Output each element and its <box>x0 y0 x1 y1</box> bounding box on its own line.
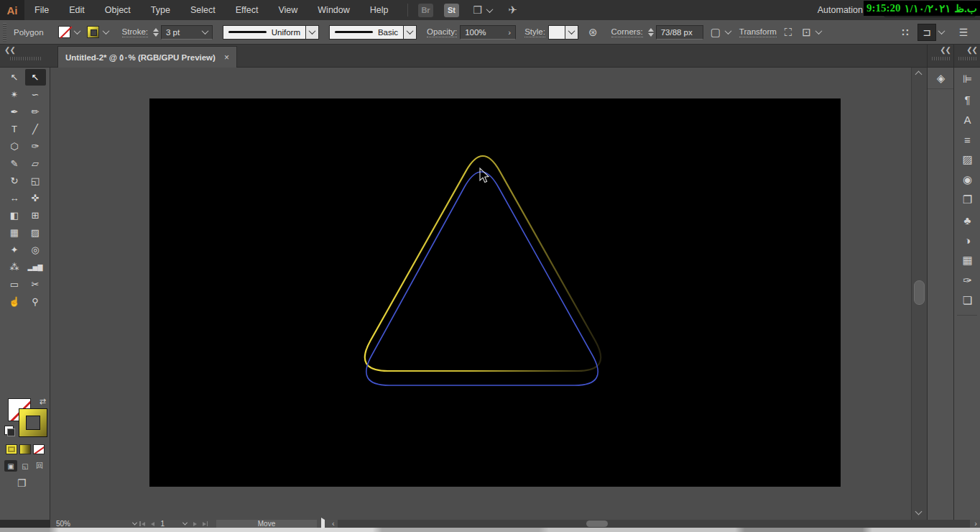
direct-selection-tool[interactable]: ↖ <box>25 69 46 86</box>
paint-color-button[interactable] <box>6 444 17 454</box>
eraser-tool[interactable]: ▱ <box>25 155 46 172</box>
corners-field[interactable]: 73/88 px <box>656 25 703 40</box>
paint-none-button[interactable] <box>33 444 45 454</box>
stroke-chevron-icon[interactable] <box>102 27 109 35</box>
home-grid-icon[interactable]: ∷ <box>896 24 915 41</box>
style-chevron-icon[interactable] <box>565 25 578 40</box>
magic-wand-tool[interactable]: ✴ <box>4 86 25 103</box>
width-profile-chevron-icon[interactable] <box>306 25 319 40</box>
dock1-grip[interactable] <box>932 57 951 60</box>
horizontal-scrollbar[interactable] <box>338 520 971 528</box>
document-tab[interactable]: Untitled-2* @ ٥٠% (RGB/GPU Preview) × <box>57 46 237 68</box>
tab-close-icon[interactable]: × <box>224 52 229 63</box>
status-readout[interactable]: Move <box>216 520 317 528</box>
selection-tool[interactable]: ↖ <box>4 69 25 86</box>
panel-menu-icon[interactable]: ☰ <box>954 24 973 41</box>
canvas-area[interactable] <box>50 68 911 520</box>
stepper-up-icon[interactable] <box>153 28 159 32</box>
stroke-weight-chevron-icon[interactable] <box>202 27 209 35</box>
puppet-warp-tool[interactable]: ✜ <box>25 190 46 206</box>
character-panel-icon[interactable]: A <box>954 109 980 129</box>
toolbar-collapse-icon[interactable]: ❮❮ <box>4 47 15 54</box>
paragraph-panel-icon[interactable]: ¶ <box>954 89 980 109</box>
stroke-weight-stepper[interactable] <box>153 28 159 37</box>
brush-dropdown[interactable]: Basic <box>329 25 404 40</box>
stepper-down-icon[interactable] <box>153 33 159 37</box>
menu-select[interactable]: Select <box>180 0 226 20</box>
style-label[interactable]: Style: <box>524 27 545 37</box>
panel-grip[interactable] <box>3 23 6 42</box>
artboard[interactable] <box>149 98 841 487</box>
previous-artboard-icon[interactable] <box>151 522 154 526</box>
symbol-sprayer-tool[interactable]: ⁂ <box>4 259 25 275</box>
menu-view[interactable]: View <box>268 0 308 20</box>
slice-tool[interactable]: ✂ <box>25 276 46 293</box>
color-panel-icon[interactable]: ◉ <box>954 170 980 190</box>
status-expand-icon[interactable] <box>321 520 325 528</box>
menu-effect[interactable]: Effect <box>226 0 269 20</box>
brush-chevron-icon[interactable] <box>404 25 417 40</box>
opacity-expand-icon[interactable]: › <box>508 28 511 37</box>
zoom-level-dropdown[interactable]: 50% <box>50 520 137 528</box>
artboard-tool[interactable]: ▭ <box>4 276 25 293</box>
gradient-tool[interactable]: ▨ <box>25 224 46 241</box>
hand-tool[interactable]: ☝ <box>4 293 25 310</box>
vertical-scrollbar[interactable] <box>911 68 927 520</box>
stroke-panel-icon[interactable]: ≡ <box>954 129 980 150</box>
symbols-panel-icon[interactable]: ♣ <box>954 210 980 230</box>
default-fill-stroke-icon[interactable] <box>4 426 14 435</box>
zoom-tool[interactable]: ⚲ <box>25 293 46 310</box>
pen-tool[interactable]: ✒ <box>4 104 25 120</box>
arrange-documents-icon[interactable]: ❒ <box>470 3 486 17</box>
blend-tool[interactable]: ◎ <box>25 242 46 258</box>
menu-help[interactable]: Help <box>360 0 399 20</box>
adobe-stock-icon[interactable]: St <box>444 3 460 17</box>
transform-link[interactable]: Transform <box>739 27 777 37</box>
vertical-scroll-thumb[interactable] <box>914 280 925 305</box>
draw-inside-mode[interactable]: 回 <box>33 460 46 472</box>
stroke-swatch-gradient[interactable] <box>19 408 47 437</box>
share-rocket-icon[interactable]: ✈ <box>505 3 521 17</box>
pencil-tool[interactable]: ✎ <box>4 155 25 172</box>
hscroll-right-icon[interactable]: › <box>971 520 980 528</box>
lasso-tool[interactable]: ∽ <box>25 86 46 103</box>
scale-tool[interactable]: ◱ <box>25 173 46 189</box>
hscroll-left-icon[interactable]: ‹ <box>329 520 338 528</box>
toolbar-grip[interactable] <box>10 57 42 60</box>
arrange-documents-chevron-icon[interactable] <box>486 6 493 13</box>
dock1-collapse-icon[interactable]: ❮❮ <box>940 47 951 54</box>
draw-normal-mode[interactable]: ▣ <box>4 460 17 472</box>
libraries-panel-icon[interactable]: ❏ <box>954 290 980 311</box>
artboard-navigation-field[interactable]: 1 <box>157 520 190 528</box>
menu-file[interactable]: File <box>24 0 59 20</box>
stroke-weight-label[interactable]: Stroke: <box>122 27 148 37</box>
swap-fill-stroke-icon[interactable]: ⇄ <box>40 397 46 406</box>
opacity-field[interactable]: 100% › <box>460 25 516 40</box>
stroke-swatch-icon[interactable] <box>87 26 99 38</box>
opacity-label[interactable]: Opacity: <box>427 27 457 37</box>
zoom-chevron-icon[interactable] <box>132 520 137 526</box>
horizontal-scroll-thumb[interactable] <box>586 520 608 527</box>
paint-gradient-button[interactable] <box>19 444 31 454</box>
dock2-collapse-icon[interactable]: ❮❮ <box>966 47 977 54</box>
color-guide-panel-icon[interactable]: ◑ <box>954 230 980 250</box>
swatches-panel-icon[interactable]: ▦ <box>954 250 980 270</box>
perspective-grid-tool[interactable]: ⊞ <box>25 207 46 224</box>
menu-type[interactable]: Type <box>141 0 180 20</box>
menu-edit[interactable]: Edit <box>59 0 95 20</box>
type-tool[interactable]: T <box>4 121 25 137</box>
dock2-grip[interactable] <box>958 57 977 60</box>
stroke-color-control[interactable] <box>87 25 111 39</box>
column-graph-tool[interactable]: ▂▅▇ <box>25 259 46 275</box>
width-profile-dropdown[interactable]: Uniform <box>223 25 306 40</box>
select-similar-icon[interactable]: ⊡ <box>802 26 811 39</box>
bounding-box-options-icon[interactable]: ▢ <box>711 26 721 39</box>
bounding-box-chevron-icon[interactable] <box>724 27 731 35</box>
select-similar-chevron-icon[interactable] <box>815 27 822 35</box>
fill-color-control[interactable] <box>58 25 83 39</box>
workspace-icon[interactable]: ⊐ <box>917 24 936 41</box>
stroke-weight-field[interactable]: 3 pt <box>161 25 213 40</box>
menu-window[interactable]: Window <box>308 0 359 20</box>
corners-stepper[interactable] <box>648 28 654 37</box>
width-tool[interactable]: ↔ <box>4 190 25 206</box>
